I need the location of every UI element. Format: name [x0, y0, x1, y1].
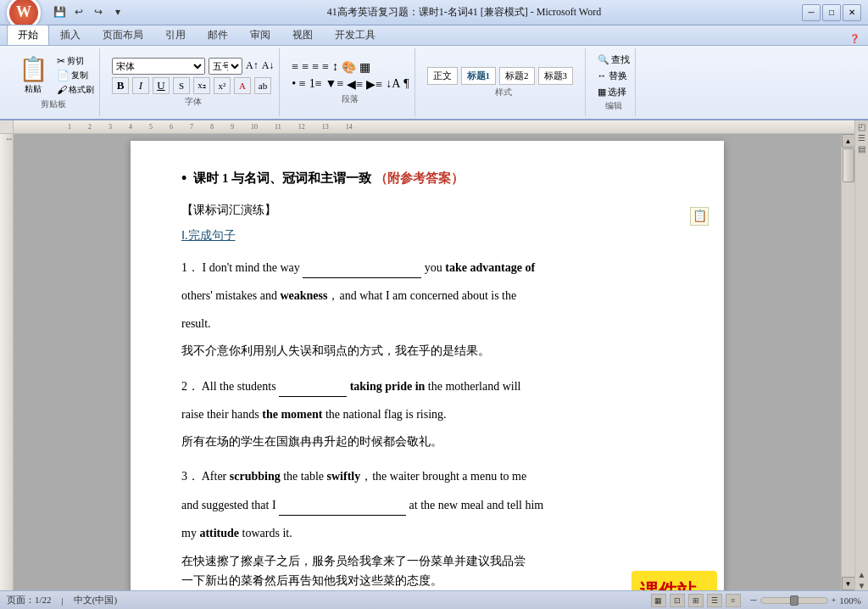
- tab-view[interactable]: 视图: [281, 25, 324, 45]
- superscript-button[interactable]: x²: [214, 77, 231, 94]
- scroll-track[interactable]: [842, 148, 854, 577]
- bullets-button[interactable]: • ≡: [292, 77, 305, 92]
- style-heading1[interactable]: 标题1: [461, 67, 497, 85]
- cut-button[interactable]: ✂剪切: [57, 55, 94, 68]
- italic-button[interactable]: I: [132, 77, 149, 94]
- zoom-out-button[interactable]: ─: [751, 595, 757, 605]
- sort-button[interactable]: ↓A: [386, 77, 400, 92]
- item1-result: result.: [181, 317, 211, 330]
- right-tool-1[interactable]: ◰: [858, 122, 865, 131]
- paste-icon-doc[interactable]: 📋: [690, 207, 709, 226]
- item3-text3: at the new meal and tell him: [409, 499, 544, 511]
- select-button[interactable]: ▦选择: [598, 86, 630, 98]
- right-tool-5[interactable]: ▼: [858, 581, 866, 590]
- page: • 课时 1 与名词、冠词和主谓一致 （附参考答案） 📋 【课标词汇演练】: [131, 141, 724, 590]
- zoom-level: 100%: [839, 595, 861, 606]
- strikethrough-button[interactable]: S: [173, 77, 190, 94]
- left-rail: 1: [0, 120, 14, 590]
- increase-font-button[interactable]: A↑: [246, 59, 259, 72]
- styles-label: 样式: [495, 87, 512, 98]
- font-size-select[interactable]: 五号: [209, 58, 242, 75]
- style-heading2[interactable]: 标题2: [499, 67, 535, 85]
- restore-button[interactable]: □: [822, 4, 841, 21]
- ruler-h: 1234567891011121314: [14, 120, 854, 134]
- numbering-button[interactable]: 1≡: [309, 77, 322, 92]
- decrease-font-button[interactable]: A↓: [262, 59, 275, 72]
- office-logo: W: [16, 3, 31, 21]
- item2-blank[interactable]: [279, 375, 347, 397]
- help-button[interactable]: ❓: [848, 31, 861, 45]
- watermark: 课件站 www.kjzhan.com: [632, 571, 717, 590]
- undo-button[interactable]: ↩: [70, 4, 87, 21]
- show-marks-button[interactable]: ¶: [403, 77, 409, 92]
- border-button[interactable]: ▦: [359, 60, 370, 75]
- tab-layout[interactable]: 页面布局: [92, 25, 154, 45]
- align-right-button[interactable]: ≡: [312, 60, 319, 75]
- title-text: 课时 1 与名词、冠词和主谓一致 （附参考答案）: [193, 168, 464, 188]
- align-justify-button[interactable]: ≡: [322, 60, 329, 75]
- tab-developer[interactable]: 开发工具: [324, 25, 387, 45]
- scroll-thumb[interactable]: [843, 148, 854, 182]
- window-title: 41高考英语复习题：课时1-名词41 [兼容模式] - Microsoft Wo…: [126, 5, 802, 20]
- tab-insert[interactable]: 插入: [49, 25, 92, 45]
- scroll-down-button[interactable]: ▼: [842, 577, 855, 590]
- paste-button[interactable]: 📋 粘贴: [12, 55, 54, 97]
- zoom-in-button[interactable]: +: [832, 595, 837, 605]
- style-heading3[interactable]: 标题3: [538, 67, 574, 85]
- para-row2: • ≡ 1≡ ▼≡ ◀≡ ▶≡ ↓A ¶: [292, 77, 409, 92]
- minimize-button[interactable]: ─: [802, 4, 821, 21]
- redo-button[interactable]: ↪: [90, 4, 107, 21]
- font-group: 宋体 五号 A↑ A↓ B I U S x₂ x² A ab 字体: [107, 48, 280, 116]
- right-tool-2[interactable]: ☰: [858, 133, 865, 142]
- zoom-controls: ─ + 100%: [751, 595, 861, 606]
- zoom-slider[interactable]: [760, 597, 828, 604]
- view-draft-button[interactable]: ≡: [726, 594, 741, 607]
- align-left-button[interactable]: ≡: [292, 60, 298, 75]
- page-container: • 课时 1 与名词、冠词和主谓一致 （附参考答案） 📋 【课标词汇演练】: [14, 134, 841, 590]
- editing-group: 🔍查找 ↔替换 ▦选择 编辑: [593, 48, 636, 116]
- item1-blank[interactable]: [303, 256, 421, 278]
- highlight-button[interactable]: ab: [254, 77, 271, 94]
- item3-blank[interactable]: [279, 494, 406, 516]
- right-tool-3[interactable]: ▤: [858, 144, 865, 154]
- exercise-item-1b: others' mistakes and weakness，and what I…: [181, 285, 673, 306]
- view-fullscreen-button[interactable]: ⊡: [670, 594, 685, 607]
- item3-text2: and suggested that I: [181, 499, 279, 511]
- right-tool-4[interactable]: ▲: [858, 570, 866, 579]
- close-button[interactable]: ✕: [843, 4, 861, 21]
- tab-references[interactable]: 引用: [154, 25, 197, 45]
- line-spacing-button[interactable]: ↕: [332, 60, 338, 75]
- scroll-up-button[interactable]: ▲: [842, 134, 855, 148]
- bold-button[interactable]: B: [112, 77, 129, 94]
- find-button[interactable]: 🔍查找: [598, 53, 630, 66]
- main-area: 1 1234567891011121314 • 课时 1 与名词、冠词和主谓一致…: [0, 120, 868, 590]
- style-normal[interactable]: 正文: [427, 67, 458, 85]
- zoom-thumb[interactable]: [790, 595, 798, 606]
- font-color-button[interactable]: A: [234, 77, 251, 94]
- tab-review[interactable]: 审阅: [239, 25, 281, 45]
- copy-button[interactable]: 📄复制: [57, 70, 94, 82]
- multilevel-button[interactable]: ▼≡: [326, 77, 344, 92]
- title-suffix: （附参考答案）: [375, 171, 464, 185]
- align-center-button[interactable]: ≡: [302, 60, 309, 75]
- font-label: 字体: [185, 96, 202, 108]
- exercise-item-1: 1． I don't mind the way you take advanta…: [181, 256, 673, 278]
- subscript-button[interactable]: x₂: [193, 77, 210, 94]
- view-outline-button[interactable]: ☰: [707, 594, 722, 607]
- replace-button[interactable]: ↔替换: [598, 70, 630, 82]
- ruler-marks: 1234567891011121314: [68, 123, 353, 131]
- decrease-indent-button[interactable]: ◀≡: [347, 77, 363, 92]
- fill-color-button[interactable]: 🎨: [342, 60, 356, 75]
- save-button[interactable]: 💾: [51, 4, 68, 21]
- item3-num: 3．: [181, 470, 199, 483]
- view-web-button[interactable]: ⊞: [688, 594, 704, 607]
- increase-indent-button[interactable]: ▶≡: [366, 77, 382, 92]
- view-print-button[interactable]: ▦: [651, 594, 666, 607]
- format-painter-button[interactable]: 🖌格式刷: [57, 84, 94, 97]
- underline-button[interactable]: U: [153, 77, 170, 94]
- scroll-page-area: • 课时 1 与名词、冠词和主谓一致 （附参考答案） 📋 【课标词汇演练】: [14, 134, 854, 590]
- tab-mail[interactable]: 邮件: [197, 25, 239, 45]
- font-family-select[interactable]: 宋体: [112, 58, 205, 75]
- qa-dropdown[interactable]: ▾: [109, 4, 126, 21]
- tab-start[interactable]: 开始: [7, 25, 49, 45]
